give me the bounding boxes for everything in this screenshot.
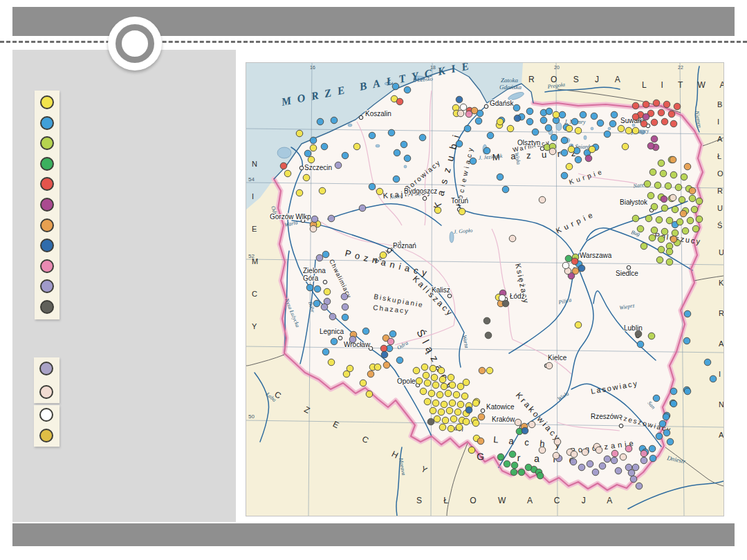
country-name-label: L I T W A (642, 80, 723, 90)
city-name-label: Kraków (492, 416, 515, 423)
city-name-label: Kalisz (432, 286, 450, 294)
lake (591, 127, 593, 130)
ethnographic-dot-b (321, 143, 328, 150)
country-name-label: M (252, 257, 258, 265)
ethnographic-dot-y (449, 382, 456, 389)
ethnographic-dot-y (423, 372, 430, 379)
ethnographic-dot-b (559, 111, 566, 118)
ethnographic-dot-b (456, 140, 463, 147)
ethnographic-dot-b (497, 174, 504, 180)
ethnographic-dot-r (640, 120, 647, 127)
ethnographic-dot-p (387, 338, 394, 345)
ethnographic-dot-b (561, 137, 568, 144)
city-name-label: Koszalin (365, 110, 391, 118)
ethnographic-dot-l (570, 458, 577, 465)
ethnographic-dot-r (632, 102, 639, 109)
latitude-label: 50 (248, 413, 255, 420)
ethnographic-dot-pp (553, 452, 560, 459)
country-name-label: U (719, 248, 723, 256)
red-dot (40, 177, 54, 191)
ethnographic-dot-b (546, 108, 553, 115)
ethnographic-dot-b (322, 348, 329, 355)
city-name-label: Legnica (320, 328, 344, 335)
ethnographic-dot-y (463, 418, 470, 425)
country-name-label: N (252, 160, 257, 168)
pink-dot (40, 259, 54, 273)
ethnographic-dot-y (625, 127, 632, 134)
ethnographic-dot-yg (645, 215, 652, 222)
city-marker (359, 115, 363, 120)
purple-dot (40, 198, 54, 212)
ethnographic-dot-y (448, 374, 454, 381)
ethnographic-dot-r (632, 113, 639, 120)
water-name-label: Gdańska (499, 84, 522, 91)
ethnographic-dot-g (509, 451, 516, 458)
ethnographic-dot-o (684, 163, 691, 170)
ethnographic-dot-pp (515, 419, 522, 426)
ethnographic-dot-y (420, 388, 427, 395)
ethnographic-dot-y (296, 130, 303, 137)
ethnographic-dot-b (388, 129, 395, 136)
ethnographic-dot-b (597, 120, 604, 127)
ethnographic-dot-w (499, 295, 506, 301)
ethnographic-dot-w (460, 104, 467, 111)
country-name-label: U (717, 204, 723, 212)
ethnographic-dot-p (640, 450, 647, 457)
ethnographic-dot-yg (681, 174, 688, 180)
ethnographic-dot-yg (696, 216, 703, 223)
white-dot (39, 408, 53, 422)
ethnographic-dot-y (632, 127, 639, 134)
ethnographic-dot-b (464, 125, 471, 132)
ethnographic-dot-y (328, 359, 335, 366)
ethnographic-dot-pp (571, 451, 578, 458)
ethnographic-dot-y (424, 380, 431, 386)
ethnographic-dot-b (369, 132, 376, 139)
legend-group-secondary-b (34, 405, 59, 447)
ethnographic-dot-b (331, 338, 338, 345)
ethnographic-dot-yg (665, 183, 672, 189)
city-name-label: Siedlce (616, 270, 638, 277)
ethnographic-dot-pp (596, 447, 602, 454)
ethnographic-dot-y (421, 364, 428, 371)
lake (376, 144, 380, 147)
ethnographic-dot-o (383, 362, 390, 368)
ethnographic-dot-yg (676, 218, 683, 225)
ethnographic-dot-yg (651, 227, 658, 234)
ethnographic-dot-b (342, 152, 349, 159)
ethnographic-dot-y (507, 125, 514, 132)
ethnographic-dot-y (416, 377, 423, 384)
ethnographic-dot-r (380, 345, 387, 352)
ethnographic-dot-l (321, 304, 328, 310)
ethnographic-dot-y (284, 170, 291, 177)
ethnographic-dot-y (589, 146, 596, 153)
ethnographic-dot-l (316, 254, 323, 261)
ethnographic-dot-yg (675, 184, 682, 191)
ethnographic-dot-pp (546, 362, 553, 369)
ethnographic-dot-yg (658, 236, 665, 243)
ethnographic-dot-b (322, 251, 329, 258)
ethnographic-dot-yg (647, 192, 654, 199)
ethnographic-dot-b (684, 388, 691, 395)
country-name-label: R (717, 187, 723, 195)
ethnographic-dot-y (575, 127, 582, 134)
ethnographic-dot-y (553, 111, 560, 118)
ethnographic-dot-b (532, 129, 539, 136)
ethnographic-dot-yg (687, 217, 694, 224)
city-name-label: Rzeszów (591, 413, 619, 420)
ethnographic-dot-pp (539, 196, 546, 203)
ethnographic-dot-l (311, 216, 318, 223)
city-marker (448, 294, 452, 298)
pale-pink-dot (39, 385, 53, 399)
ethnographic-dot-o (478, 413, 485, 420)
city-marker (481, 409, 485, 413)
ethnographic-dot-b (684, 310, 691, 317)
ethnographic-dot-l (349, 336, 356, 343)
ethnographic-dot-y (453, 391, 460, 398)
latitude-label: 54 (248, 176, 255, 183)
ethnographic-dot-b (470, 158, 477, 165)
ethnographic-dot-yg (656, 216, 663, 223)
city-name-label: Katowice (486, 403, 515, 411)
city-name-label: Warszawa (580, 252, 612, 259)
ethnographic-dot-b (306, 284, 313, 291)
map-canvas: 16182022545250MORZE BAŁTYCKIEZatokaGdańs… (246, 63, 723, 516)
